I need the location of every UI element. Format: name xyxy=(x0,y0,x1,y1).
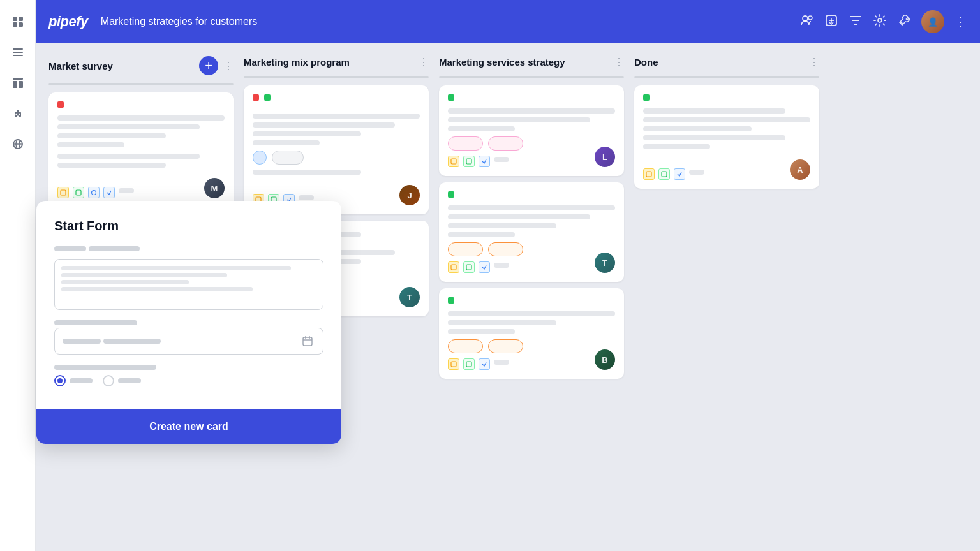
sidebar-icon-robot[interactable] xyxy=(6,102,29,125)
card-icon[interactable] xyxy=(479,261,490,273)
settings-icon[interactable] xyxy=(873,13,887,31)
date-input[interactable] xyxy=(54,328,323,355)
svg-rect-33 xyxy=(451,362,456,367)
card-icon[interactable] xyxy=(479,156,490,167)
field-label-skel2 xyxy=(89,246,140,251)
card-icon[interactable] xyxy=(88,187,100,198)
svg-rect-6 xyxy=(13,55,23,56)
radio-dot xyxy=(57,378,63,383)
column-title-market-survey: Market survey xyxy=(48,61,194,71)
tag-dot-green xyxy=(643,94,650,101)
header: pipefy Marketing strategies for customer… xyxy=(36,0,980,43)
svg-rect-35 xyxy=(646,172,651,177)
card-avatar: L xyxy=(595,147,615,167)
sidebar-icon-grid[interactable] xyxy=(6,10,29,33)
column-menu-marketing-mix[interactable]: ⋮ xyxy=(419,56,429,68)
card-icon[interactable] xyxy=(658,168,670,180)
card-skel xyxy=(494,157,509,162)
column-title-marketing-mix: Marketing mix program xyxy=(244,57,413,68)
textarea-skel xyxy=(61,273,227,277)
card-avatar: A xyxy=(790,159,810,180)
sidebar xyxy=(0,0,36,551)
sidebar-icon-table[interactable] xyxy=(6,71,29,94)
card-skel xyxy=(494,360,509,365)
svg-rect-36 xyxy=(662,172,667,177)
svg-rect-29 xyxy=(451,159,456,164)
card-skel xyxy=(494,263,509,268)
sidebar-icon-list[interactable] xyxy=(6,41,29,64)
svg-point-25 xyxy=(92,191,96,195)
card-icon[interactable] xyxy=(463,156,475,167)
date-skel xyxy=(63,339,101,344)
card-skel xyxy=(299,195,314,200)
radio-label-skel xyxy=(54,365,156,370)
field-label-skel xyxy=(54,246,86,251)
svg-rect-30 xyxy=(466,159,471,164)
date-input-content xyxy=(63,339,161,344)
badge-orange2 xyxy=(488,242,523,256)
badge-orange xyxy=(448,242,483,256)
svg-rect-31 xyxy=(451,265,456,270)
card-skel xyxy=(57,124,200,129)
filter-icon[interactable] xyxy=(849,13,863,31)
card-icon[interactable] xyxy=(448,156,459,167)
tag-dot-green xyxy=(448,94,454,101)
form-field-1 xyxy=(54,246,323,310)
card-icon[interactable] xyxy=(103,187,115,198)
card-icon[interactable] xyxy=(73,187,84,198)
export-icon[interactable] xyxy=(824,13,838,31)
card-skel xyxy=(448,329,515,334)
tool-icon[interactable] xyxy=(897,13,911,31)
card-skel xyxy=(57,163,166,168)
card-skel xyxy=(57,115,225,121)
column-menu-marketing-services[interactable]: ⋮ xyxy=(614,56,624,68)
card-skel xyxy=(57,142,124,147)
card-icon[interactable] xyxy=(479,358,490,370)
column-menu-market-survey[interactable]: ⋮ xyxy=(223,60,234,72)
users-icon[interactable] xyxy=(800,13,814,31)
radio-circle-selected[interactable] xyxy=(54,375,66,386)
column-header-done: Done ⋮ xyxy=(634,56,819,68)
tag-dot-green xyxy=(448,191,454,198)
header-actions: 👤 ⋮ xyxy=(800,10,967,33)
sidebar-icon-globe[interactable] xyxy=(6,133,29,156)
create-new-card-button[interactable]: Create new card xyxy=(36,409,341,444)
form-textarea[interactable] xyxy=(54,259,323,310)
svg-rect-4 xyxy=(13,48,23,50)
card-icon[interactable] xyxy=(448,358,459,370)
textarea-skel xyxy=(61,266,291,270)
card-skel xyxy=(448,205,615,210)
user-avatar[interactable]: 👤 xyxy=(921,10,944,33)
more-menu-icon[interactable]: ⋮ xyxy=(954,14,967,29)
column-header-market-survey: Market survey + ⋮ xyxy=(48,56,234,75)
column-header-marketing-services: Marketing services strategy ⋮ xyxy=(439,56,624,68)
radio-option-1[interactable] xyxy=(54,375,93,386)
card-skel xyxy=(119,188,134,193)
card-icon[interactable] xyxy=(448,261,459,273)
card-skel xyxy=(448,320,556,325)
card-skel xyxy=(448,108,615,114)
column-add-button-market-survey[interactable]: + xyxy=(199,56,218,75)
column-menu-done[interactable]: ⋮ xyxy=(809,56,819,68)
column-underline-marketing-services xyxy=(439,76,624,78)
card-icon[interactable] xyxy=(643,168,655,180)
card-icon[interactable] xyxy=(57,187,69,198)
form-title: Start Form xyxy=(54,219,323,233)
header-title: Marketing strategies for customers xyxy=(101,16,257,27)
card-icon[interactable] xyxy=(463,358,475,370)
svg-point-22 xyxy=(878,18,882,22)
calendar-icon[interactable] xyxy=(300,334,315,349)
radio-circle-unselected[interactable] xyxy=(103,375,114,386)
card-skel xyxy=(448,117,590,122)
svg-point-19 xyxy=(808,16,812,20)
svg-rect-9 xyxy=(19,81,23,88)
form-body: Start Form xyxy=(36,201,341,409)
card-icon[interactable] xyxy=(463,261,475,273)
card-badges xyxy=(448,339,615,353)
radio-option-2[interactable] xyxy=(103,375,141,386)
card: L xyxy=(439,85,624,176)
column-title-marketing-services: Marketing services strategy xyxy=(439,57,609,68)
card-skel xyxy=(253,140,320,145)
card-icon[interactable] xyxy=(674,168,685,180)
column-underline-done xyxy=(634,76,819,78)
